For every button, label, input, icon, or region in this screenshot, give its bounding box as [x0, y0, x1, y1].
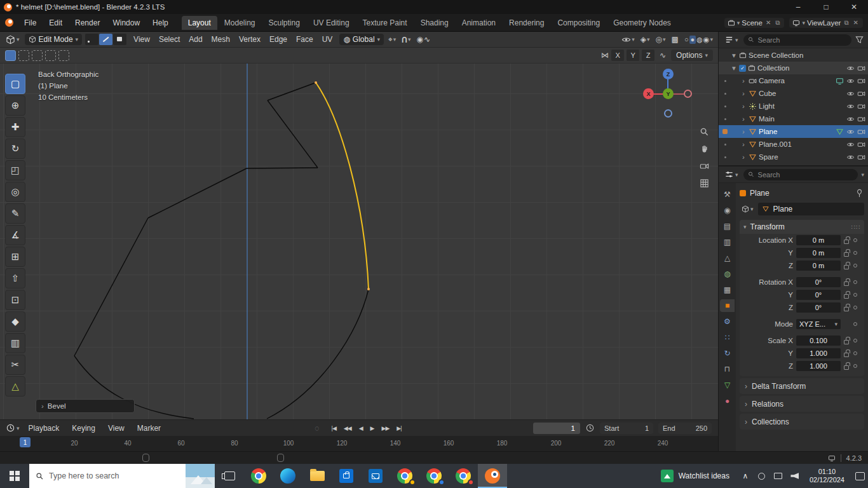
expand-arrow-icon[interactable]: › [740, 102, 747, 110]
animate-dot[interactable] [853, 306, 857, 309]
taskbar-app-edge[interactable] [273, 464, 302, 488]
filter-icon[interactable] [855, 35, 864, 44]
expand-arrow-icon[interactable]: › [740, 140, 747, 148]
scene-browse-icon[interactable] [728, 19, 735, 27]
disable-render-icon[interactable] [857, 153, 865, 161]
timeline-editor-type-button[interactable]: ▾ [4, 423, 22, 433]
panel-grip-icon[interactable]: ∷∷ [851, 224, 860, 231]
next-keyframe-button[interactable]: ▶▶ [379, 424, 391, 433]
properties-search-input[interactable] [757, 170, 854, 179]
outliner-row-spare[interactable]: › Spare [719, 151, 868, 163]
rotation-y-field[interactable]: 0° [796, 290, 841, 300]
workspace-rendering[interactable]: Rendering [503, 16, 550, 30]
expand-arrow-icon[interactable]: › [740, 128, 747, 135]
workspace-sculpting[interactable]: Sculpting [262, 16, 306, 30]
object-name-field[interactable]: Plane [758, 203, 864, 215]
animate-dot[interactable] [853, 238, 857, 242]
gizmos-dropdown[interactable]: ◈▾ [639, 35, 651, 44]
outliner-row-plane[interactable]: › Plane [719, 125, 868, 138]
tool-move[interactable]: ✚ [5, 117, 25, 137]
jump-to-start-button[interactable]: |◀ [330, 424, 338, 433]
location-z-field[interactable]: 0 m [796, 261, 841, 271]
select-mode-subtract-button[interactable] [32, 50, 43, 61]
outliner-row-collection[interactable]: ▾ ✓ Collection [719, 62, 868, 74]
lock-icon[interactable] [844, 353, 849, 357]
vertex-select-mode-button[interactable] [85, 34, 98, 45]
tab-scene[interactable]: △ [720, 252, 735, 264]
menu-playback[interactable]: Playback [23, 422, 65, 435]
face-select-mode-button[interactable] [113, 34, 126, 45]
viewlayer-copy-icon[interactable]: ⧉ [843, 19, 850, 27]
lock-icon[interactable] [844, 294, 849, 299]
select-mode-invert-button[interactable] [45, 50, 56, 61]
lock-icon[interactable] [844, 365, 849, 370]
properties-options-icon[interactable]: ▾ [861, 172, 864, 178]
relations-section[interactable]: › Relations [740, 396, 864, 412]
blender-menu-icon[interactable] [5, 18, 13, 27]
item-label[interactable]: Camera [759, 77, 834, 85]
disable-render-icon[interactable] [857, 115, 865, 123]
tab-particles[interactable]: ∷ [720, 331, 735, 344]
menu-view[interactable]: View [130, 34, 154, 45]
hide-eye-icon[interactable] [846, 102, 855, 111]
animate-dot[interactable] [853, 280, 857, 284]
shading-material-button[interactable]: ◍ [696, 36, 703, 43]
disable-render-icon[interactable] [857, 90, 865, 98]
scale-z-field[interactable]: 1.000 [796, 361, 841, 371]
hide-eye-icon[interactable] [846, 128, 855, 136]
taskbar-app-file-explorer[interactable] [302, 464, 332, 488]
gizmo-x-axis[interactable]: X [643, 88, 654, 99]
tab-output[interactable]: ▤ [720, 220, 735, 233]
watchlist-widget[interactable]: Watchlist ideas [653, 470, 737, 482]
menu-uv[interactable]: UV [318, 34, 337, 45]
workspace-geometry-nodes[interactable]: Geometry Nodes [607, 16, 677, 30]
tool-annotate[interactable]: ✎ [5, 203, 25, 224]
transform-panel-header[interactable]: ▾ Transform ∷∷ [740, 220, 864, 234]
taskbar-app-store[interactable] [332, 464, 361, 488]
minimize-button[interactable]: – [784, 0, 812, 14]
taskbar-clock[interactable]: 01:10 02/12/2024 [803, 468, 851, 484]
taskbar-search[interactable] [29, 464, 215, 488]
visibility-dropdown[interactable]: ▾ [620, 35, 636, 44]
hide-eye-icon[interactable] [846, 77, 855, 85]
tool-poly-build[interactable]: △ [5, 376, 25, 396]
menu-vertex[interactable]: Vertex [235, 34, 264, 45]
lock-icon[interactable] [844, 265, 849, 269]
rotation-x-field[interactable]: 0° [796, 277, 841, 287]
tab-tool[interactable]: ⚒ [720, 188, 735, 201]
tool-add-cube[interactable]: ⊞ [5, 247, 25, 267]
pin-icon[interactable] [855, 189, 864, 198]
hide-eye-icon[interactable] [846, 140, 855, 149]
taskbar-app-outlook[interactable] [361, 464, 390, 488]
workspace-layout[interactable]: Layout [182, 16, 217, 30]
collections-section[interactable]: › Collections [740, 414, 864, 430]
gizmo-z-axis[interactable]: Z [663, 69, 674, 79]
select-mode-extend-button[interactable] [18, 50, 29, 61]
outliner-row-main[interactable]: › Main [719, 112, 868, 125]
lock-icon[interactable] [844, 252, 849, 257]
tool-cursor[interactable]: ⊕ [5, 95, 25, 116]
item-label[interactable]: Light [759, 102, 844, 110]
menu-face[interactable]: Face [292, 34, 317, 45]
datablock-browse-button[interactable]: ▾ [740, 205, 756, 214]
item-label[interactable]: Plane [759, 128, 834, 135]
menu-keying[interactable]: Keying [66, 422, 101, 435]
animate-dot[interactable] [853, 322, 857, 326]
volume-icon[interactable] [787, 473, 803, 479]
item-label[interactable]: Scene Collection [749, 51, 865, 59]
menu-mesh[interactable]: Mesh [208, 34, 234, 45]
snapping-button[interactable]: U▾ [400, 35, 412, 44]
hidden-icons-chevron[interactable]: ∧ [737, 471, 754, 480]
playhead[interactable]: 1 [20, 437, 31, 447]
play-button[interactable]: ▶ [369, 424, 376, 433]
transform-orientation-selector[interactable]: ◍ Global ▾ [339, 34, 384, 45]
tab-constraints[interactable]: ⊓ [720, 363, 735, 376]
animate-dot[interactable] [853, 351, 857, 355]
location-y-field[interactable]: 0 m [796, 248, 841, 258]
end-frame-field[interactable]: End 250 [658, 423, 712, 434]
outliner-row-cube[interactable]: › Cube [719, 87, 868, 100]
proportional-editing-button[interactable]: ◉∿ [416, 35, 432, 44]
item-label[interactable]: Main [759, 115, 844, 123]
item-label[interactable]: Collection [757, 64, 844, 72]
hide-eye-icon[interactable] [846, 64, 855, 72]
